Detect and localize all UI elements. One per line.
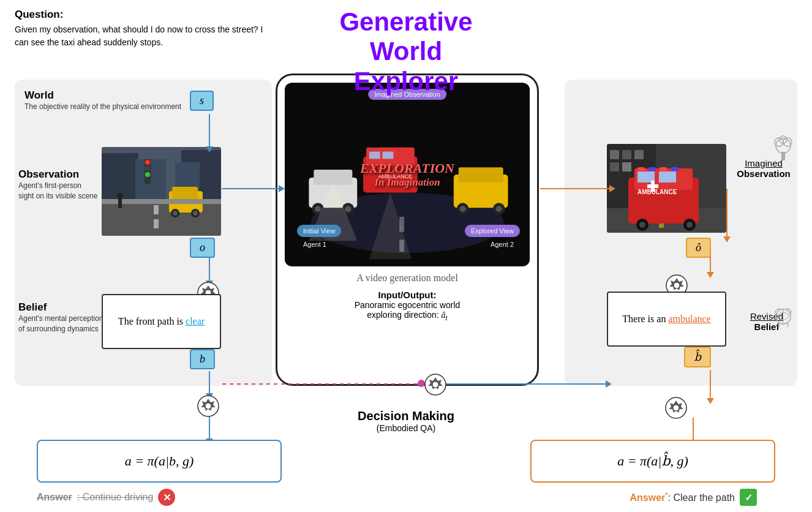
arrow-b-to-gpt-center-dotted (222, 383, 418, 385)
bhat-label: b̂ (684, 347, 711, 367)
decision-making-label: Decision Making (Embodied QA) (358, 409, 454, 433)
arrow-o-to-center (222, 188, 280, 189)
belief-box: The front path is clear (102, 294, 221, 349)
svg-point-85 (432, 382, 438, 388)
agent2-label: Agent 2 (491, 241, 514, 248)
gpt-center-bottom (424, 374, 446, 398)
answer-left: Answer : Continue driving ✕ (37, 489, 175, 506)
belief-clear-link: clear (186, 316, 205, 326)
svg-rect-54 (622, 162, 631, 171)
center-panel: AMBULANCE (276, 73, 539, 386)
svg-point-68 (686, 222, 693, 228)
svg-point-37 (345, 206, 351, 212)
svg-rect-77 (781, 152, 785, 160)
page-title: Generative World Explorer (339, 7, 472, 96)
formula-left-text: a = π(a|b, g) (125, 453, 194, 469)
answer-left-label: Answer (37, 492, 72, 503)
arrow-gpt2-to-formula (209, 416, 210, 440)
svg-point-41 (460, 206, 466, 212)
world-title: World (24, 89, 262, 102)
svg-rect-7 (154, 219, 159, 228)
belief-text: The front path is clear (118, 316, 205, 327)
decision-title: Decision Making (358, 409, 454, 423)
tree-icon (768, 134, 799, 170)
svg-point-11 (173, 211, 178, 216)
explored-view-badge: Explored View (465, 225, 520, 237)
svg-rect-70 (648, 167, 656, 171)
revised-belief-box: There is an ambulance (607, 292, 726, 347)
question-text: Given my observation, what should I do n… (15, 23, 272, 49)
svg-point-79 (674, 282, 680, 288)
answer-right: Answer*: Clear the path ✓ (630, 489, 757, 506)
arrow-bhat-down (710, 370, 711, 399)
svg-rect-9 (172, 187, 198, 199)
svg-rect-46 (399, 217, 404, 232)
svg-rect-50 (610, 150, 619, 159)
svg-point-15 (145, 160, 150, 165)
svg-rect-72 (671, 167, 679, 171)
arrow-b-to-gpt2 (209, 371, 210, 394)
brain-icon (768, 301, 799, 338)
svg-rect-53 (610, 162, 619, 171)
observation-desc: Agent's first-person sight on its visibl… (18, 181, 98, 201)
svg-rect-64 (647, 184, 658, 188)
formula-box-right: a = π(a|b̂, g) (530, 440, 775, 483)
world-section: World The objective reality of the physi… (24, 89, 262, 112)
video-desc: A video generation model (285, 273, 530, 284)
svg-point-74 (775, 138, 783, 146)
svg-point-13 (193, 211, 198, 216)
imagined-observation-image: AMBULANCE (607, 144, 726, 233)
svg-point-16 (145, 166, 150, 171)
svg-point-17 (145, 172, 150, 177)
arrow-o-to-gpt (209, 257, 210, 282)
belief-desc: Agent's mental perception of surrounding… (18, 314, 104, 334)
svg-rect-31 (383, 152, 394, 159)
question-block: Question: Given my observation, what sho… (15, 9, 272, 49)
answer-right-text: Answer*: Clear the path (630, 491, 735, 503)
answer-left-text: : Continue driving (77, 492, 154, 503)
gpt-icon-rside (665, 397, 687, 423)
svg-point-19 (117, 193, 123, 199)
svg-rect-52 (634, 150, 644, 159)
io-title: Input/Output: (285, 290, 530, 300)
arrow-gptr-to-formula (693, 418, 694, 441)
io-text: Panoramic egocentric worldexploring dire… (285, 300, 530, 322)
svg-rect-20 (118, 199, 122, 208)
svg-point-75 (783, 138, 792, 146)
svg-point-66 (639, 222, 645, 228)
formula-right-text: a = π(a|b̂, g) (617, 453, 688, 469)
arrow-imagined-to-ohat (726, 189, 727, 238)
svg-point-43 (496, 206, 502, 212)
exploration-text: EXPLORATION In Imagination (360, 160, 454, 189)
svg-rect-51 (622, 150, 631, 159)
ambulance-link: ambulance (668, 314, 710, 324)
ohat-label: ô (686, 238, 711, 258)
svg-rect-39 (459, 167, 503, 183)
initial-view-badge: Initial View (297, 225, 341, 237)
svg-rect-47 (399, 239, 404, 252)
gpt-icon-left2 (197, 395, 219, 421)
svg-text:AMBULANCE: AMBULANCE (637, 189, 677, 195)
wrong-icon: ✕ (158, 489, 175, 506)
svg-rect-30 (369, 152, 380, 159)
arrow-center-to-right (540, 188, 611, 189)
svg-rect-6 (154, 205, 159, 214)
belief-title: Belief (18, 301, 104, 314)
decision-subtitle: (Embodied QA) (358, 423, 454, 433)
revised-belief-text: There is an ambulance (622, 314, 710, 325)
b-label: b (190, 349, 215, 369)
arrow-ohat-to-gpt (710, 255, 711, 273)
o-label: o (190, 238, 215, 258)
svg-rect-61 (659, 171, 676, 183)
svg-point-24 (205, 403, 211, 409)
svg-point-83 (673, 405, 679, 411)
observation-image (102, 147, 221, 236)
world-desc: The objective reality of the physical en… (24, 102, 262, 112)
video-frame: AMBULANCE (285, 83, 530, 266)
observation-section: Observation Agent's first-person sight o… (18, 168, 98, 201)
svg-point-35 (315, 206, 321, 212)
formula-box-left: a = π(a|b, g) (37, 440, 282, 483)
s-label: s (190, 91, 214, 111)
agent1-label: Agent 1 (303, 241, 326, 248)
observation-title: Observation (18, 168, 98, 181)
